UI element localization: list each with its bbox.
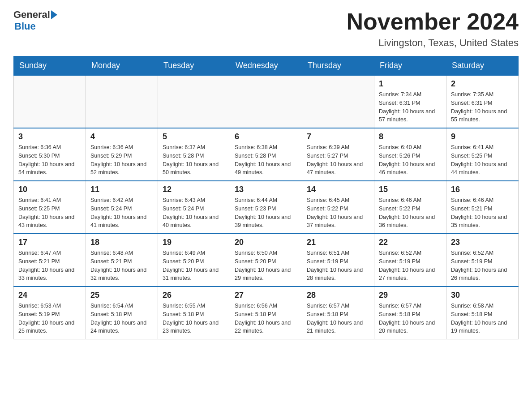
day-number: 26 xyxy=(163,291,225,300)
table-row: 10Sunrise: 6:41 AM Sunset: 5:25 PM Dayli… xyxy=(14,181,86,234)
header-saturday: Saturday xyxy=(446,56,519,76)
table-row: 24Sunrise: 6:53 AM Sunset: 5:19 PM Dayli… xyxy=(14,287,86,339)
day-info: Sunrise: 6:38 AM Sunset: 5:28 PM Dayligh… xyxy=(235,143,297,177)
header-wednesday: Wednesday xyxy=(230,56,302,76)
header-friday: Friday xyxy=(374,56,446,76)
day-info: Sunrise: 6:55 AM Sunset: 5:18 PM Dayligh… xyxy=(163,302,225,335)
day-info: Sunrise: 6:41 AM Sunset: 5:25 PM Dayligh… xyxy=(451,143,514,177)
day-info: Sunrise: 6:44 AM Sunset: 5:23 PM Dayligh… xyxy=(235,196,297,230)
calendar-week-row: 10Sunrise: 6:41 AM Sunset: 5:25 PM Dayli… xyxy=(14,181,519,234)
table-row xyxy=(14,75,86,128)
table-row: 27Sunrise: 6:56 AM Sunset: 5:18 PM Dayli… xyxy=(230,287,302,339)
day-info: Sunrise: 6:41 AM Sunset: 5:25 PM Dayligh… xyxy=(18,196,81,230)
calendar-week-row: 1Sunrise: 7:34 AM Sunset: 6:31 PM Daylig… xyxy=(14,75,519,128)
table-row: 3Sunrise: 6:36 AM Sunset: 5:30 PM Daylig… xyxy=(14,128,86,181)
table-row: 20Sunrise: 6:50 AM Sunset: 5:20 PM Dayli… xyxy=(230,234,302,287)
day-info: Sunrise: 6:39 AM Sunset: 5:27 PM Dayligh… xyxy=(307,143,369,177)
day-number: 4 xyxy=(90,132,153,141)
table-row xyxy=(86,75,158,128)
logo-general-text: General xyxy=(13,9,50,21)
day-info: Sunrise: 6:52 AM Sunset: 5:19 PM Dayligh… xyxy=(451,249,514,283)
table-row: 25Sunrise: 6:54 AM Sunset: 5:18 PM Dayli… xyxy=(86,287,158,339)
day-number: 7 xyxy=(307,132,369,141)
table-row: 15Sunrise: 6:46 AM Sunset: 5:22 PM Dayli… xyxy=(374,181,446,234)
logo-blue-text: Blue xyxy=(13,21,36,32)
day-info: Sunrise: 6:52 AM Sunset: 5:19 PM Dayligh… xyxy=(379,249,442,283)
day-number: 17 xyxy=(18,238,81,247)
day-info: Sunrise: 6:56 AM Sunset: 5:18 PM Dayligh… xyxy=(235,302,297,335)
day-number: 21 xyxy=(307,238,369,247)
day-number: 15 xyxy=(379,185,442,194)
day-info: Sunrise: 6:58 AM Sunset: 5:18 PM Dayligh… xyxy=(451,302,514,335)
table-row: 26Sunrise: 6:55 AM Sunset: 5:18 PM Dayli… xyxy=(158,287,230,339)
day-number: 16 xyxy=(451,185,514,194)
day-info: Sunrise: 6:42 AM Sunset: 5:24 PM Dayligh… xyxy=(90,196,153,230)
logo: General Blue xyxy=(13,9,58,32)
day-number: 1 xyxy=(379,79,442,89)
table-row: 30Sunrise: 6:58 AM Sunset: 5:18 PM Dayli… xyxy=(446,287,519,339)
day-number: 22 xyxy=(379,238,442,247)
day-number: 25 xyxy=(90,291,153,300)
title-section: November 2024 Livingston, Texas, United … xyxy=(347,9,519,49)
day-number: 10 xyxy=(18,185,81,194)
day-info: Sunrise: 6:40 AM Sunset: 5:26 PM Dayligh… xyxy=(379,143,442,177)
table-row: 2Sunrise: 7:35 AM Sunset: 6:31 PM Daylig… xyxy=(446,75,519,128)
table-row: 9Sunrise: 6:41 AM Sunset: 5:25 PM Daylig… xyxy=(446,128,519,181)
header-thursday: Thursday xyxy=(302,56,374,76)
day-info: Sunrise: 6:46 AM Sunset: 5:21 PM Dayligh… xyxy=(451,196,514,230)
header-sunday: Sunday xyxy=(14,56,86,76)
day-info: Sunrise: 6:46 AM Sunset: 5:22 PM Dayligh… xyxy=(379,196,442,230)
day-number: 13 xyxy=(235,185,297,194)
table-row: 29Sunrise: 6:57 AM Sunset: 5:18 PM Dayli… xyxy=(374,287,446,339)
day-number: 5 xyxy=(163,132,225,141)
day-number: 27 xyxy=(235,291,297,300)
table-row: 11Sunrise: 6:42 AM Sunset: 5:24 PM Dayli… xyxy=(86,181,158,234)
page-header: General Blue November 2024 Livingston, T… xyxy=(13,9,519,49)
table-row: 18Sunrise: 6:48 AM Sunset: 5:21 PM Dayli… xyxy=(86,234,158,287)
day-number: 9 xyxy=(451,132,514,141)
day-number: 6 xyxy=(235,132,297,141)
table-row: 13Sunrise: 6:44 AM Sunset: 5:23 PM Dayli… xyxy=(230,181,302,234)
month-year-title: November 2024 xyxy=(347,9,519,34)
day-info: Sunrise: 6:54 AM Sunset: 5:18 PM Dayligh… xyxy=(90,302,153,335)
day-number: 28 xyxy=(307,291,369,300)
logo-arrow-icon xyxy=(51,10,57,19)
day-number: 2 xyxy=(451,79,514,89)
day-number: 24 xyxy=(18,291,81,300)
header-tuesday: Tuesday xyxy=(158,56,230,76)
table-row: 23Sunrise: 6:52 AM Sunset: 5:19 PM Dayli… xyxy=(446,234,519,287)
table-row: 6Sunrise: 6:38 AM Sunset: 5:28 PM Daylig… xyxy=(230,128,302,181)
day-info: Sunrise: 6:50 AM Sunset: 5:20 PM Dayligh… xyxy=(235,249,297,283)
calendar-week-row: 24Sunrise: 6:53 AM Sunset: 5:19 PM Dayli… xyxy=(14,287,519,339)
table-row: 4Sunrise: 6:36 AM Sunset: 5:29 PM Daylig… xyxy=(86,128,158,181)
table-row: 12Sunrise: 6:43 AM Sunset: 5:24 PM Dayli… xyxy=(158,181,230,234)
day-number: 12 xyxy=(163,185,225,194)
day-number: 20 xyxy=(235,238,297,247)
day-number: 18 xyxy=(90,238,153,247)
table-row xyxy=(158,75,230,128)
table-row: 22Sunrise: 6:52 AM Sunset: 5:19 PM Dayli… xyxy=(374,234,446,287)
table-row: 1Sunrise: 7:34 AM Sunset: 6:31 PM Daylig… xyxy=(374,75,446,128)
table-row: 21Sunrise: 6:51 AM Sunset: 5:19 PM Dayli… xyxy=(302,234,374,287)
table-row: 28Sunrise: 6:57 AM Sunset: 5:18 PM Dayli… xyxy=(302,287,374,339)
day-number: 23 xyxy=(451,238,514,247)
day-info: Sunrise: 6:57 AM Sunset: 5:18 PM Dayligh… xyxy=(379,302,442,335)
table-row xyxy=(230,75,302,128)
day-info: Sunrise: 6:36 AM Sunset: 5:29 PM Dayligh… xyxy=(90,143,153,177)
day-info: Sunrise: 6:53 AM Sunset: 5:19 PM Dayligh… xyxy=(18,302,81,335)
calendar-week-row: 17Sunrise: 6:47 AM Sunset: 5:21 PM Dayli… xyxy=(14,234,519,287)
header-monday: Monday xyxy=(86,56,158,76)
calendar-week-row: 3Sunrise: 6:36 AM Sunset: 5:30 PM Daylig… xyxy=(14,128,519,181)
day-info: Sunrise: 6:49 AM Sunset: 5:20 PM Dayligh… xyxy=(163,249,225,283)
day-number: 3 xyxy=(18,132,81,141)
calendar-table: Sunday Monday Tuesday Wednesday Thursday… xyxy=(13,56,519,339)
day-number: 30 xyxy=(451,291,514,300)
day-number: 14 xyxy=(307,185,369,194)
day-info: Sunrise: 6:57 AM Sunset: 5:18 PM Dayligh… xyxy=(307,302,369,335)
day-info: Sunrise: 6:36 AM Sunset: 5:30 PM Dayligh… xyxy=(18,143,81,177)
day-number: 8 xyxy=(379,132,442,141)
table-row: 19Sunrise: 6:49 AM Sunset: 5:20 PM Dayli… xyxy=(158,234,230,287)
day-info: Sunrise: 7:34 AM Sunset: 6:31 PM Dayligh… xyxy=(379,90,442,124)
day-info: Sunrise: 6:45 AM Sunset: 5:22 PM Dayligh… xyxy=(307,196,369,230)
location-label: Livingston, Texas, United States xyxy=(347,37,519,49)
